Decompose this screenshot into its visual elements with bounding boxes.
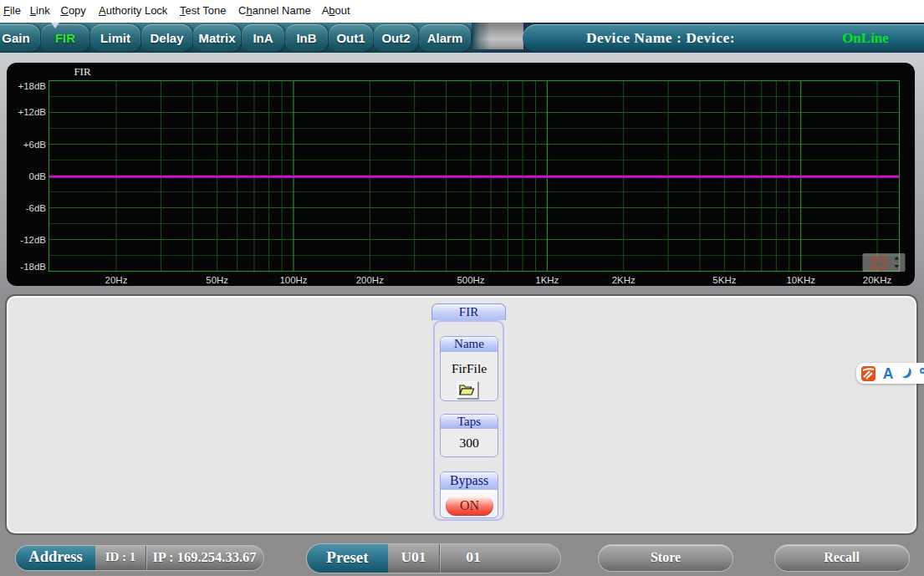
svg-text:20KHz: 20KHz <box>863 275 892 285</box>
svg-text:10KHz: 10KHz <box>786 275 815 285</box>
svg-text:5KHz: 5KHz <box>712 275 736 285</box>
svg-text:+12dB: +12dB <box>18 107 46 117</box>
svg-text:500Hz: 500Hz <box>457 275 484 285</box>
svg-text:FIR: FIR <box>74 65 91 78</box>
svg-text:20Hz: 20Hz <box>105 275 128 285</box>
svg-text:+6dB: +6dB <box>23 140 47 150</box>
svg-text:50Hz: 50Hz <box>206 275 228 285</box>
svg-text:-18dB: -18dB <box>20 262 46 272</box>
svg-text:-12dB: -12dB <box>20 235 46 245</box>
svg-text:1KHz: 1KHz <box>535 275 559 285</box>
svg-text:+18dB: +18dB <box>18 81 46 91</box>
svg-text:200Hz: 200Hz <box>356 275 384 285</box>
svg-text:-6dB: -6dB <box>26 203 47 213</box>
svg-text:100Hz: 100Hz <box>279 275 307 285</box>
svg-text:0dB: 0dB <box>29 171 47 181</box>
svg-text:2KHz: 2KHz <box>612 275 636 285</box>
